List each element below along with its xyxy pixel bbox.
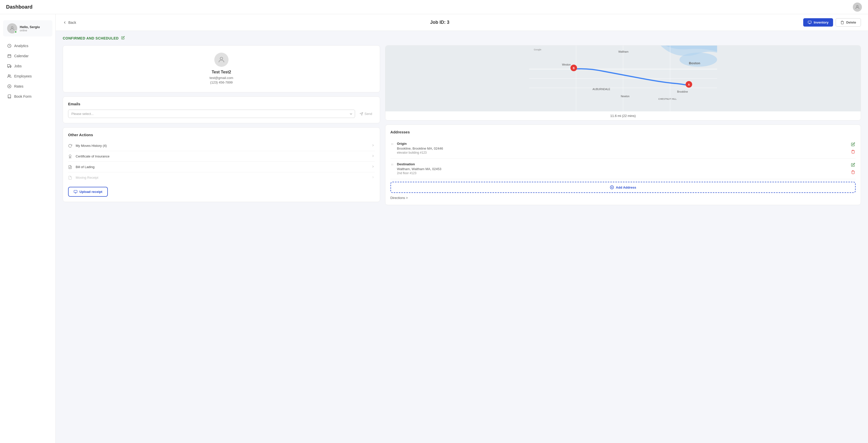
sidebar-avatar — [7, 23, 17, 33]
action-moves-history[interactable]: My Moves History (4) — [68, 141, 375, 151]
main-content: Back Job ID: 3 Inventory Delete — [56, 14, 868, 443]
sidebar-label-analytics: Analytics — [14, 44, 28, 48]
actions-card: Other Actions My Moves History (4) — [63, 127, 380, 202]
origin-actions — [850, 142, 856, 155]
customer-email: test@gmail.com — [210, 76, 233, 80]
sidebar-item-book-form[interactable]: Book Form — [2, 92, 53, 101]
back-label: Back — [68, 21, 76, 25]
origin-row: Origin Brookline, Brookline MA, 02446 el… — [391, 138, 856, 159]
svg-marker-10 — [10, 65, 11, 66]
certificate-label: Certificate of Insurance — [76, 154, 371, 158]
history-icon — [68, 144, 76, 148]
destination-edit-button[interactable] — [850, 162, 856, 168]
sidebar-item-calendar[interactable]: Calendar — [2, 51, 53, 61]
svg-text:Newton: Newton — [621, 95, 630, 98]
customer-phone: (123) 456-7899 — [210, 81, 232, 84]
upload-receipt-button[interactable]: Upload receipt — [68, 187, 108, 197]
destination-type: Destination — [397, 162, 850, 166]
chevron-right-icon-2 — [371, 154, 375, 158]
back-button[interactable]: Back — [63, 21, 76, 25]
truck-icon — [7, 64, 12, 68]
origin-edit-button[interactable] — [850, 142, 856, 148]
svg-text:AUBURNDALE: AUBURNDALE — [592, 88, 610, 91]
topbar-avatar[interactable] — [853, 3, 862, 12]
upload-label: Upload receipt — [80, 190, 102, 194]
email-select[interactable]: Please select... — [68, 110, 355, 118]
document-icon — [68, 165, 76, 169]
svg-text:Waltham: Waltham — [618, 50, 628, 53]
svg-point-23 — [69, 155, 71, 157]
status-edit-icon[interactable] — [121, 36, 125, 40]
drag-handle-icon — [391, 142, 394, 147]
action-moving-receipt[interactable]: Moving Receipt — [68, 172, 375, 183]
app-title: Dashboard — [6, 4, 32, 10]
sidebar-label-employees: Employees — [14, 74, 32, 78]
employees-icon — [7, 74, 12, 79]
receipt-icon — [68, 176, 76, 180]
chevron-right-icon-3 — [371, 165, 375, 169]
destination-actions — [850, 162, 856, 175]
sidebar-user-name: Hello, Sergiu — [20, 25, 40, 29]
customer-avatar — [214, 53, 228, 67]
origin-type: Origin — [397, 142, 850, 146]
svg-point-20 — [220, 57, 223, 60]
origin-address: Brookline, Brookline MA, 02446 — [397, 147, 850, 150]
send-button[interactable]: Send — [357, 110, 375, 118]
svg-rect-5 — [8, 55, 11, 58]
rates-icon — [7, 84, 12, 89]
sidebar-nav: Analytics Calendar — [0, 40, 55, 102]
sidebar-user-info: Hello, Sergiu online — [20, 25, 40, 32]
chart-icon — [7, 43, 12, 48]
addresses-card: Addresses Origin Brookl — [385, 124, 861, 205]
map-card: Waltham Weston AUBURNDALE Newton CHESTNU… — [385, 45, 861, 120]
right-panel: Waltham Weston AUBURNDALE Newton CHESTNU… — [385, 45, 861, 205]
email-row: Please select... Send — [68, 110, 375, 118]
customer-name: Test Test2 — [212, 70, 231, 75]
origin-sub: elevator building #123 — [397, 151, 850, 154]
svg-text:Boston: Boston — [689, 61, 700, 65]
moving-receipt-label: Moving Receipt — [76, 176, 371, 179]
svg-point-13 — [8, 75, 9, 76]
top-bar: Dashboard — [0, 0, 868, 14]
destination-row: Destination Waltham, Waltham MA, 02453 2… — [391, 159, 856, 179]
sidebar-item-analytics[interactable]: Analytics — [2, 41, 53, 51]
content-header: Back Job ID: 3 Inventory Delete — [56, 14, 868, 31]
destination-address: Waltham, Waltham MA, 02453 — [397, 167, 850, 171]
svg-point-11 — [8, 67, 9, 67]
book-icon — [7, 94, 12, 99]
status-text: CONFIRMED AND SCHEDULED — [63, 36, 119, 40]
emails-title: Emails — [68, 102, 375, 106]
sidebar-label-rates: Rates — [14, 84, 24, 88]
sidebar-label-jobs: Jobs — [14, 64, 22, 68]
delete-button[interactable]: Delete — [836, 18, 861, 27]
action-list: My Moves History (4) — [68, 141, 375, 183]
svg-text:Weston: Weston — [562, 63, 571, 66]
add-address-label: Add Address — [616, 185, 636, 189]
svg-line-4 — [9, 46, 10, 46]
addresses-title: Addresses — [391, 130, 856, 134]
add-address-button[interactable]: Add Address — [391, 182, 856, 193]
chevron-right-icon-4 — [371, 175, 375, 180]
chevron-right-icon — [371, 144, 375, 148]
svg-rect-17 — [808, 21, 812, 23]
inventory-button[interactable]: Inventory — [803, 18, 833, 27]
sidebar-item-rates[interactable]: Rates — [2, 82, 53, 91]
action-certificate[interactable]: Certificate of Insurance — [68, 151, 375, 162]
delete-label: Delete — [846, 21, 856, 24]
destination-delete-button[interactable] — [850, 170, 856, 175]
sidebar-label-book-form: Book Form — [14, 94, 31, 98]
sidebar-item-jobs[interactable]: Jobs — [2, 61, 53, 71]
origin-delete-button[interactable] — [850, 149, 856, 155]
sidebar-label-calendar: Calendar — [14, 54, 29, 58]
directions-label: Directions > — [391, 196, 408, 200]
customer-card: Test Test2 test@gmail.com (123) 456-7899 — [63, 45, 380, 92]
sidebar-item-employees[interactable]: Employees — [2, 71, 53, 81]
header-actions: Inventory Delete — [803, 18, 861, 27]
origin-info: Origin Brookline, Brookline MA, 02446 el… — [397, 142, 850, 154]
svg-text:A: A — [688, 83, 690, 86]
main-layout: Hello, Sergiu online Analytics — [0, 14, 868, 443]
content-body: CONFIRMED AND SCHEDULED — [56, 31, 868, 210]
directions-link[interactable]: Directions > — [391, 193, 856, 200]
action-bill-of-lading[interactable]: Bill of Lading — [68, 162, 375, 172]
sidebar-user: Hello, Sergiu online — [3, 20, 52, 36]
